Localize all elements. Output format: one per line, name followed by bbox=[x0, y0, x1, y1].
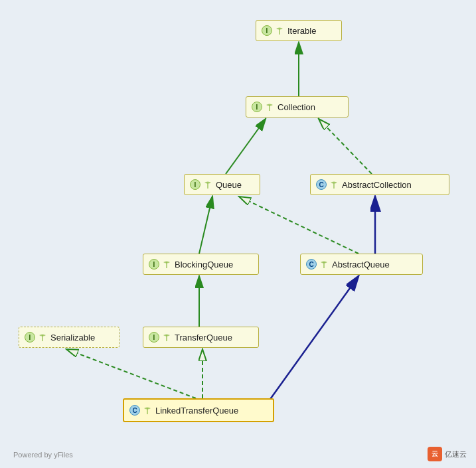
badge-queue: I bbox=[190, 179, 200, 190]
svg-line-1 bbox=[226, 119, 266, 174]
node-transferqueue: I TransferQueue bbox=[143, 327, 259, 348]
label-blockingqueue: BlockingQueue bbox=[175, 260, 233, 270]
diagram-container: I Iterable I Collection I Queue C Abstra… bbox=[0, 0, 476, 468]
label-abstractcollection: AbstractCollection bbox=[342, 180, 412, 190]
label-transferqueue: TransferQueue bbox=[175, 333, 232, 343]
badge-abstractqueue: C bbox=[306, 259, 317, 270]
icon-transferqueue bbox=[162, 333, 171, 342]
icon-collection bbox=[265, 102, 274, 112]
node-collection: I Collection bbox=[246, 96, 349, 117]
label-collection: Collection bbox=[278, 102, 315, 112]
node-serializable: I Serializable bbox=[19, 327, 119, 348]
icon-queue bbox=[203, 180, 212, 189]
badge-collection: I bbox=[252, 102, 262, 112]
node-abstractqueue: C AbstractQueue bbox=[300, 254, 423, 275]
svg-line-2 bbox=[319, 119, 372, 174]
node-iterable: I Iterable bbox=[256, 20, 342, 41]
icon-blockingqueue bbox=[162, 260, 171, 269]
svg-line-7 bbox=[66, 349, 196, 398]
icon-iterable bbox=[275, 26, 284, 35]
node-blockingqueue: I BlockingQueue bbox=[143, 254, 259, 275]
watermark: Powered by yFiles bbox=[13, 451, 73, 459]
svg-line-3 bbox=[199, 196, 212, 254]
label-iterable: Iterable bbox=[287, 26, 316, 36]
label-queue: Queue bbox=[216, 180, 242, 190]
icon-linkedtransferqueue bbox=[143, 406, 152, 415]
badge-iterable: I bbox=[262, 25, 272, 36]
node-queue: I Queue bbox=[184, 174, 260, 195]
brand-icon: 云 bbox=[428, 447, 442, 461]
label-abstractqueue: AbstractQueue bbox=[332, 260, 390, 270]
label-linkedtransferqueue: LinkedTransferQueue bbox=[155, 406, 238, 416]
badge-blockingqueue: I bbox=[149, 259, 159, 270]
svg-line-9 bbox=[262, 276, 358, 410]
icon-abstractqueue bbox=[319, 260, 329, 269]
node-abstractcollection: C AbstractCollection bbox=[310, 174, 449, 195]
icon-abstractcollection bbox=[329, 180, 339, 189]
node-linkedtransferqueue: C LinkedTransferQueue bbox=[123, 398, 274, 422]
badge-transferqueue: I bbox=[149, 332, 159, 343]
icon-serializable bbox=[38, 333, 47, 342]
brand-label: 亿速云 bbox=[445, 449, 467, 459]
brand: 云 亿速云 bbox=[428, 447, 467, 461]
svg-line-4 bbox=[239, 196, 358, 254]
badge-serializable: I bbox=[25, 332, 35, 343]
badge-linkedtransferqueue: C bbox=[129, 405, 140, 416]
badge-abstractcollection: C bbox=[316, 179, 327, 190]
label-serializable: Serializable bbox=[50, 333, 95, 343]
